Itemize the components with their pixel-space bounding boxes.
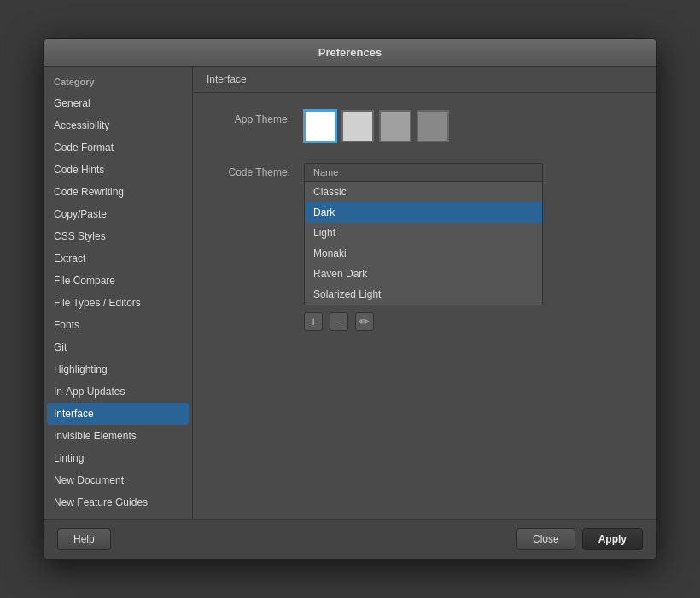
apply-button[interactable]: Apply [582, 528, 643, 550]
sidebar-item-linting[interactable]: Linting [47, 447, 189, 469]
title-bar: Preferences [44, 39, 656, 67]
sidebar-item-new-document[interactable]: New Document [47, 469, 189, 491]
sidebar-item-file-compare[interactable]: File Compare [47, 270, 189, 292]
code-theme-list-header: Name [305, 164, 542, 182]
swatch-white[interactable] [304, 110, 336, 142]
code-theme-items: ClassicDarkLightMonakiRaven DarkSolarize… [305, 182, 542, 305]
code-theme-item-raven-dark[interactable]: Raven Dark [305, 264, 542, 284]
sidebar-item-copy-paste[interactable]: Copy/Paste [47, 203, 189, 225]
sidebar-item-interface[interactable]: Interface [47, 403, 189, 425]
main-panel: Interface App Theme: Code Theme: [193, 67, 656, 519]
code-theme-container: Name ClassicDarkLightMonakiRaven DarkSol… [304, 163, 543, 331]
sidebar-item-code-format[interactable]: Code Format [47, 136, 189, 159]
sidebar-item-git[interactable]: Git [47, 336, 189, 358]
edit-theme-button[interactable]: ✏ [355, 312, 374, 331]
footer-right: Close Apply [516, 528, 643, 550]
theme-swatches [304, 110, 449, 142]
code-theme-item-classic[interactable]: Classic [305, 182, 542, 202]
dialog-title: Preferences [318, 46, 382, 59]
code-theme-label: Code Theme: [219, 163, 304, 178]
sidebar-item-code-rewriting[interactable]: Code Rewriting [47, 181, 189, 203]
preferences-dialog: Preferences Category GeneralAccessibilit… [43, 38, 657, 560]
sidebar-item-general[interactable]: General [47, 92, 189, 114]
sidebar-items-container: GeneralAccessibilityCode FormatCode Hint… [47, 92, 189, 519]
remove-theme-button[interactable]: − [330, 312, 348, 331]
sidebar-item-in-app-updates[interactable]: In-App Updates [47, 380, 189, 403]
sidebar-item-fonts[interactable]: Fonts [47, 314, 189, 336]
close-button[interactable]: Close [516, 528, 575, 550]
swatch-lightgray[interactable] [341, 110, 374, 142]
sidebar-item-file-types-editors[interactable]: File Types / Editors [47, 292, 189, 314]
panel-content: App Theme: Code Theme: Name ClassicD [193, 93, 656, 369]
content-area: Category GeneralAccessibilityCode Format… [44, 67, 656, 519]
sidebar-item-accessibility[interactable]: Accessibility [47, 114, 189, 136]
panel-header: Interface [193, 67, 656, 93]
sidebar-item-css-styles[interactable]: CSS Styles [47, 225, 189, 247]
add-theme-button[interactable]: + [304, 312, 323, 331]
sidebar-item-new-feature-guides[interactable]: New Feature Guides [47, 491, 189, 514]
footer: Help Close Apply [44, 519, 656, 559]
swatch-gray[interactable] [379, 110, 411, 142]
code-theme-item-dark[interactable]: Dark [305, 202, 542, 223]
code-theme-list: Name ClassicDarkLightMonakiRaven DarkSol… [304, 163, 543, 305]
sidebar-item-code-hints[interactable]: Code Hints [47, 159, 189, 181]
code-theme-item-monaki[interactable]: Monaki [305, 243, 542, 264]
sidebar-item-highlighting[interactable]: Highlighting [47, 358, 189, 380]
swatch-darkgray[interactable] [417, 110, 449, 142]
code-theme-item-light[interactable]: Light [305, 223, 542, 243]
code-theme-item-solarized-light[interactable]: Solarized Light [305, 284, 542, 305]
sidebar-item-extract[interactable]: Extract [47, 247, 189, 270]
sidebar-item-invisible-elements[interactable]: Invisible Elements [47, 425, 189, 447]
sidebar: Category GeneralAccessibilityCode Format… [44, 67, 193, 519]
sidebar-item-php[interactable]: PHP [47, 514, 189, 519]
help-button[interactable]: Help [57, 528, 111, 550]
app-theme-row: App Theme: [219, 110, 631, 142]
sidebar-header: Category [47, 73, 189, 92]
theme-actions: + − ✏ [304, 312, 543, 331]
app-theme-label: App Theme: [219, 110, 304, 125]
code-theme-row: Code Theme: Name ClassicDarkLightMonakiR… [219, 163, 631, 331]
